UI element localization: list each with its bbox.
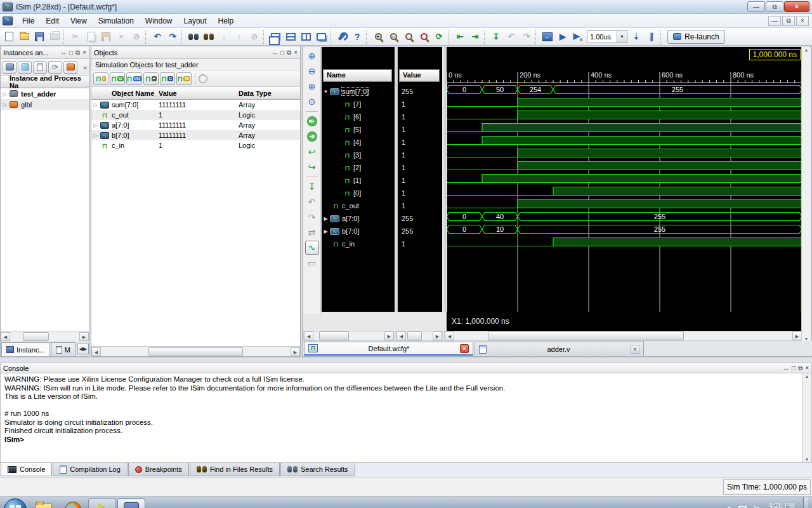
copy-button[interactable] (84, 30, 98, 44)
plot-hscrollbar[interactable]: ◀ ▶ (444, 331, 802, 341)
step-back-button[interactable]: ↶ (504, 30, 518, 44)
console-maximize-button[interactable]: □ (792, 365, 796, 371)
wave-signal-value[interactable]: 1 (398, 237, 442, 250)
wave-signal-value[interactable]: 255 (398, 225, 442, 237)
cut-button[interactable]: ✂ (69, 30, 82, 44)
whats-this-button[interactable]: ? (350, 30, 364, 44)
tree-arrow-icon[interactable]: ▼ (322, 89, 330, 95)
instances-refresh-button[interactable]: ⟳ (48, 61, 62, 74)
taskbar-clock[interactable]: 4:28 PM 11/7/2012 (764, 502, 797, 508)
object-row[interactable]: ▷∿sum[7:0]11111111Array (91, 100, 300, 110)
find-button[interactable] (187, 30, 200, 44)
objects-float-button[interactable]: ⧉ (287, 50, 291, 56)
objects-col-value[interactable]: Value (159, 90, 239, 97)
tab-scroll-buttons[interactable]: ◀▶ (77, 344, 89, 354)
objects-filter-+-button[interactable]: ⊓+ (143, 72, 159, 85)
wave-signal-name[interactable]: ⊓[1] (322, 174, 395, 187)
objects-col-type[interactable]: Data Type (239, 90, 300, 97)
wave-trace-c_in[interactable] (447, 238, 802, 246)
scroll-left-icon[interactable]: ◀ (1, 332, 10, 341)
menu-item-view[interactable]: View (65, 15, 93, 27)
scroll-left-icon[interactable]: ◀ (304, 331, 313, 340)
wave-signal-name[interactable]: ⊓[2] (322, 161, 395, 174)
menu-item-simulation[interactable]: Simulation (93, 15, 140, 27)
zoom-out-button[interactable]: − (386, 30, 400, 44)
wave-signal-value[interactable]: 1 (398, 187, 442, 199)
instances-tab-memory[interactable]: M (51, 342, 75, 356)
toolbar-overflow-button[interactable]: » (83, 64, 87, 71)
stop-search-button[interactable]: ⊘ (247, 30, 261, 44)
new-file-button[interactable] (2, 30, 16, 44)
objects-filter-c-button[interactable]: ⊓C (160, 72, 175, 85)
objects-filter-i-o-button[interactable]: ⊓I/O (126, 72, 142, 85)
document-tab-default-wcfg-[interactable]: ⊓Default.wcfg*× (304, 342, 473, 356)
float-window-button[interactable] (314, 30, 328, 44)
wave-signal-name[interactable]: ⊓c_in (322, 237, 395, 250)
wave-zoom-out-button[interactable]: ⊖ (305, 64, 319, 78)
instances-hscrollbar[interactable]: ◀ ▶ (1, 331, 89, 341)
object-row[interactable]: ⊓c_in1Logic (91, 140, 300, 150)
scroll-up-icon[interactable]: ▲ (805, 374, 809, 378)
wave-trace-[7][interactable] (447, 98, 802, 107)
run-all-button[interactable]: ← (540, 30, 554, 44)
objects-filter-w-button[interactable]: ⊓W (176, 72, 192, 85)
console-detach-button[interactable]: ↔ (783, 365, 789, 371)
wave-trace-a[7:0][interactable]: 040255 (447, 213, 802, 221)
tile-vertical-button[interactable] (299, 30, 313, 44)
show-desktop-button[interactable] (803, 497, 808, 508)
wave-signal-value[interactable]: 1 (398, 123, 442, 136)
wave-signal-value[interactable]: 1 (398, 199, 442, 212)
wave-signal-name[interactable]: ▶∿a[7:0] (322, 212, 395, 225)
value-plot-divider[interactable] (443, 47, 446, 312)
menu-item-layout[interactable]: Layout (178, 15, 213, 27)
wave-trace-[3][interactable] (447, 149, 802, 157)
expand-arrow-icon[interactable]: ▷ (1, 102, 10, 108)
wave-trace-[4][interactable] (447, 137, 802, 145)
window-minimize-button[interactable]: — (747, 1, 765, 12)
console-close-button[interactable]: × (805, 365, 809, 371)
value-hscrollbar[interactable]: ◀ ▶ (396, 331, 443, 341)
undo-button[interactable]: ↶ (150, 30, 164, 44)
console-float-button[interactable]: ⧉ (798, 365, 802, 371)
tab-close-icon[interactable]: × (631, 345, 639, 354)
expand-arrow-icon[interactable]: ▷ (91, 132, 100, 138)
instances-detach-button[interactable]: ↔ (60, 50, 67, 56)
taskbar-firefox-button[interactable] (59, 498, 87, 508)
combo-dropdown-icon[interactable]: ▼ (617, 31, 627, 43)
console-vscrollbar[interactable]: ▲ ▼ (802, 373, 811, 462)
goto-next-button[interactable]: ↓ (217, 30, 231, 44)
instances-filter-process-button[interactable] (33, 61, 47, 74)
wave-redo-button[interactable]: ↷ (305, 210, 319, 224)
tree-arrow-icon[interactable]: ▶ (322, 216, 330, 222)
wave-trace-b[7:0][interactable]: 010255 (447, 225, 802, 234)
objects-maximize-button[interactable]: □ (280, 50, 284, 56)
wave-zoom-full-button[interactable]: ⊛ (305, 79, 319, 93)
wave-signal-value[interactable]: 255 (398, 85, 442, 98)
wave-signal-name[interactable]: ⊓[0] (322, 187, 395, 199)
window-restore-button[interactable]: ⧉ (766, 1, 783, 12)
objects-close-button[interactable]: × (294, 50, 298, 56)
preferences-button[interactable] (335, 30, 349, 44)
wave-trace-sum[7:0][interactable]: 050254255 (447, 86, 802, 94)
instances-close-button[interactable]: × (82, 50, 86, 56)
document-tab-adder-v[interactable]: adder.v× (475, 342, 644, 356)
doc-restore-button[interactable]: ⧉ (782, 16, 795, 26)
scroll-right-icon[interactable]: ▶ (79, 332, 89, 341)
wave-signal-value[interactable]: 1 (398, 98, 442, 110)
instances-tab-instances[interactable]: Instanc... (1, 342, 50, 356)
scroll-left-icon[interactable]: ◀ (91, 347, 101, 356)
object-row[interactable]: ⊓c_out1Logic (91, 110, 300, 120)
redo-button[interactable]: ↷ (166, 30, 180, 44)
expand-arrow-icon[interactable]: ▷ (91, 122, 100, 128)
wave-signal-name[interactable]: ⊓[6] (322, 110, 395, 123)
wave-signal-value[interactable]: 1 (398, 136, 442, 149)
doc-close-button[interactable]: × (796, 16, 809, 26)
action-center-flag-icon[interactable]: ⚑ (726, 505, 733, 508)
wave-add-marker-button[interactable]: ↧ (305, 180, 319, 194)
instance-row[interactable]: ▷glbl (1, 99, 89, 110)
print-button[interactable] (48, 30, 62, 44)
instances-maximize-button[interactable]: □ (69, 50, 73, 56)
goto-prev-button[interactable]: ↑ (232, 30, 246, 44)
instances-filter-package-button[interactable] (18, 61, 32, 74)
objects-col-name[interactable]: Object Name (91, 90, 159, 97)
